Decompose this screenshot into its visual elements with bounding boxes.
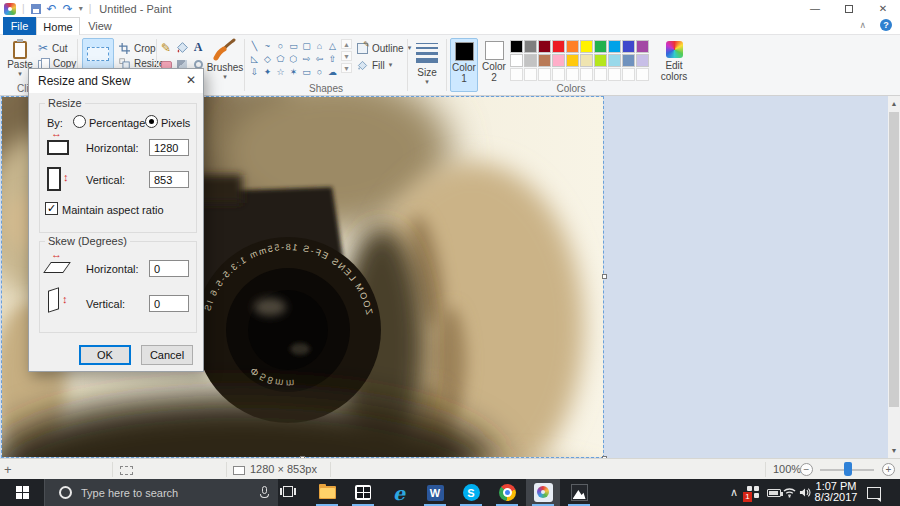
scroll-down-icon[interactable]: ▼: [888, 443, 900, 458]
pencil-tool[interactable]: ✎: [158, 40, 174, 55]
shape-rounded-rectangle[interactable]: ▢: [300, 39, 313, 52]
shape-callout-cloud[interactable]: ☁: [326, 65, 339, 78]
palette-swatch[interactable]: [538, 54, 551, 67]
zoom-in-button[interactable]: +: [882, 463, 895, 476]
shapes-scroll-up[interactable]: ▲: [341, 39, 352, 49]
percentage-radio[interactable]: [73, 115, 86, 128]
maintain-aspect-checkbox[interactable]: ✓: [45, 202, 58, 215]
crop-button[interactable]: Crop: [119, 41, 156, 55]
palette-empty[interactable]: [594, 68, 607, 81]
close-button[interactable]: ✕: [866, 0, 900, 17]
taskbar-search[interactable]: Type here to search: [44, 479, 278, 506]
qat-dropdown-icon[interactable]: ▾: [79, 4, 83, 13]
horizontal-input[interactable]: [149, 139, 189, 156]
dialog-close-icon[interactable]: ✕: [186, 73, 196, 87]
redo-icon[interactable]: ↷: [63, 4, 73, 14]
shape-rectangle[interactable]: ▭: [287, 39, 300, 52]
shape-arrow-up[interactable]: ⇧: [326, 52, 339, 65]
shape-polygon[interactable]: ⌂: [313, 39, 326, 52]
taskbar-paint-active[interactable]: [526, 479, 560, 506]
shape-hexagon[interactable]: ⬡: [287, 52, 300, 65]
palette-swatch[interactable]: [636, 54, 649, 67]
scroll-up-icon[interactable]: ▲: [888, 96, 900, 111]
palette-empty[interactable]: [566, 68, 579, 81]
shape-star5[interactable]: ☆: [274, 65, 287, 78]
fill-button[interactable]: Fill ▾: [357, 58, 392, 72]
text-tool[interactable]: A: [190, 40, 206, 55]
palette-empty[interactable]: [538, 68, 551, 81]
palette-swatch[interactable]: [510, 40, 523, 53]
paint-app-icon[interactable]: [4, 3, 16, 15]
palette-swatch[interactable]: [608, 54, 621, 67]
palette-empty[interactable]: [608, 68, 621, 81]
palette-empty[interactable]: [636, 68, 649, 81]
zoom-out-button[interactable]: −: [800, 463, 813, 476]
shape-arrow-right[interactable]: ⇨: [300, 52, 313, 65]
palette-swatch[interactable]: [622, 40, 635, 53]
save-icon[interactable]: [31, 4, 41, 14]
shape-arrow-down[interactable]: ⇩: [248, 65, 261, 78]
palette-empty[interactable]: [510, 68, 523, 81]
palette-swatch[interactable]: [552, 40, 565, 53]
brushes-button[interactable]: Brushes ▾: [208, 38, 242, 81]
palette-swatch[interactable]: [622, 54, 635, 67]
outline-button[interactable]: Outline ▾: [357, 41, 411, 55]
tab-home[interactable]: Home: [36, 17, 80, 35]
canvas-resize-handle-right[interactable]: [602, 274, 607, 279]
skew-horizontal-input[interactable]: [149, 260, 189, 277]
tab-view[interactable]: View: [80, 17, 120, 35]
vertical-scrollbar[interactable]: ▲ ▼: [888, 96, 900, 458]
taskbar-chrome[interactable]: [490, 479, 524, 506]
palette-swatch[interactable]: [566, 40, 579, 53]
pixels-radio[interactable]: [145, 115, 158, 128]
taskbar-photos[interactable]: [562, 479, 596, 506]
cancel-button[interactable]: Cancel: [141, 345, 193, 365]
size-button[interactable]: Size ▾: [413, 37, 441, 86]
help-icon[interactable]: ?: [880, 19, 892, 31]
shape-right-triangle[interactable]: ◺: [248, 52, 261, 65]
shape-triangle[interactable]: △: [326, 39, 339, 52]
ribbon-collapse-icon[interactable]: ∧: [859, 20, 866, 30]
tray-show-hidden-icons[interactable]: ∧: [726, 479, 742, 506]
maximize-button[interactable]: [832, 0, 866, 17]
shape-line[interactable]: ╲: [248, 39, 261, 52]
shape-star6[interactable]: ✶: [287, 65, 300, 78]
shapes-scroll-down[interactable]: ▼: [341, 51, 352, 61]
shape-arrow-left[interactable]: ⇦: [313, 52, 326, 65]
taskbar-skype[interactable]: S: [454, 479, 488, 506]
palette-swatch[interactable]: [524, 54, 537, 67]
taskbar-edge[interactable]: e: [382, 479, 416, 506]
zoom-slider-thumb[interactable]: [844, 462, 852, 476]
shape-curve[interactable]: ~: [261, 39, 274, 52]
undo-icon[interactable]: ↶: [47, 4, 57, 14]
edit-colors-button[interactable]: Edit colors: [657, 37, 691, 82]
palette-swatch[interactable]: [594, 40, 607, 53]
taskbar-clock[interactable]: 1:07 PM 8/3/2017: [812, 481, 860, 503]
minimize-button[interactable]: —: [798, 0, 832, 17]
shape-pentagon[interactable]: ⬠: [274, 52, 287, 65]
tray-app-badge[interactable]: 1: [744, 479, 764, 506]
dialog-title-bar[interactable]: Resize and Skew: [29, 69, 203, 93]
task-view-button[interactable]: [280, 485, 296, 499]
palette-empty[interactable]: [622, 68, 635, 81]
palette-swatch[interactable]: [594, 54, 607, 67]
shape-star4[interactable]: ✦: [261, 65, 274, 78]
shape-ellipse[interactable]: ○: [274, 39, 287, 52]
taskbar-file-explorer[interactable]: [310, 479, 344, 506]
palette-swatch[interactable]: [580, 54, 593, 67]
palette-swatch[interactable]: [580, 40, 593, 53]
palette-swatch[interactable]: [636, 40, 649, 53]
shape-callout-oval[interactable]: ○: [313, 65, 326, 78]
action-center-button[interactable]: [862, 479, 886, 506]
fill-tool[interactable]: [174, 40, 190, 55]
palette-empty[interactable]: [524, 68, 537, 81]
skew-vertical-input[interactable]: [149, 295, 189, 312]
taskbar-store[interactable]: [346, 479, 380, 506]
vertical-input[interactable]: [149, 171, 189, 188]
ok-button[interactable]: OK: [79, 345, 131, 365]
palette-swatch[interactable]: [608, 40, 621, 53]
shape-callout-rect[interactable]: ▭: [300, 65, 313, 78]
tab-file[interactable]: File: [3, 17, 36, 35]
palette-swatch[interactable]: [552, 54, 565, 67]
palette-swatch[interactable]: [524, 40, 537, 53]
